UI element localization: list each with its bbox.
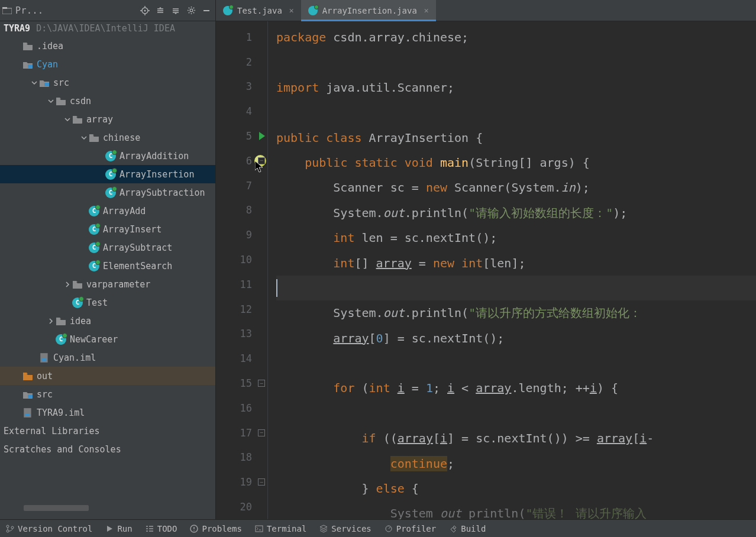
close-icon[interactable]: ✕ <box>289 6 294 15</box>
tree-item-newcareer[interactable]: CNewCareer <box>0 330 215 348</box>
tree-item-arrayinsertion[interactable]: CArrayInsertion <box>0 165 215 183</box>
code-line-13[interactable]: array[0] = sc.nextInt(); <box>276 326 756 351</box>
chevron-icon[interactable] <box>13 390 22 399</box>
chevron-icon[interactable] <box>13 41 22 51</box>
target-icon[interactable] <box>138 4 151 17</box>
toolwin-services[interactable]: Services <box>319 524 371 533</box>
chevron-icon[interactable] <box>63 115 72 124</box>
toolwin-run[interactable]: Run <box>105 524 132 533</box>
toolwin-version-control[interactable]: Version Control <box>6 524 92 533</box>
tree-item-chinese[interactable]: chinese <box>0 128 215 147</box>
chevron-icon[interactable] <box>46 316 56 326</box>
gutter-line-13[interactable]: 13 <box>216 322 267 347</box>
toolwin-todo[interactable]: TODO <box>146 524 177 533</box>
gutter-line-20[interactable]: 20 <box>216 494 267 519</box>
chevron-icon[interactable] <box>46 335 56 344</box>
run-icon[interactable] <box>259 132 265 140</box>
toolwin-problems[interactable]: Problems <box>190 524 241 533</box>
tree-item-arrayaddition[interactable]: CArrayAddition <box>0 147 215 165</box>
tree-item-elementsearch[interactable]: CElementSearch <box>0 257 215 275</box>
tree-item-src[interactable]: src <box>0 385 215 403</box>
chevron-icon[interactable] <box>79 206 89 216</box>
code-line-1[interactable]: package csdn.array.chinese; <box>276 25 756 50</box>
minimize-icon[interactable] <box>200 4 213 17</box>
code-line-15[interactable]: for (int i = 1; i < array.length; ++i) { <box>276 376 756 400</box>
code-line-16[interactable] <box>276 401 756 426</box>
tree-item-array[interactable]: array <box>0 110 215 128</box>
tree-item-src[interactable]: src <box>0 73 215 92</box>
gutter-line-3[interactable]: 3 <box>216 75 267 99</box>
code-line-10[interactable]: int[] array = new int[len]; <box>276 251 756 276</box>
toolwin-terminal[interactable]: Terminal <box>255 524 306 533</box>
expand-all-icon[interactable] <box>154 4 167 17</box>
tree-item-test[interactable]: CTest <box>0 293 215 312</box>
tree-item-tyra9-iml[interactable]: TYRA9.iml <box>0 403 215 422</box>
tree-item-idea[interactable]: idea <box>0 312 215 330</box>
toolwin-profiler[interactable]: Profiler <box>385 524 436 533</box>
code-line-8[interactable]: System.out.println("请输入初始数组的长度："); <box>276 200 756 225</box>
gear-icon[interactable] <box>185 4 198 17</box>
code-line-14[interactable] <box>276 351 756 376</box>
chevron-icon[interactable] <box>13 371 22 381</box>
gutter-line-8[interactable]: 8 <box>216 198 267 223</box>
tab-test-java[interactable]: Test.java✕ <box>216 0 301 21</box>
chevron-icon[interactable] <box>79 133 89 143</box>
tree-item-external-libraries[interactable]: External Libraries <box>0 422 215 440</box>
chevron-icon[interactable] <box>30 353 39 363</box>
tree-item-varparameter[interactable]: varparameter <box>0 275 215 293</box>
code-line-9[interactable]: int len = sc.nextInt(); <box>276 225 756 250</box>
code-line-20[interactable]: System out println("错误！ 请以升序输入 <box>276 501 756 519</box>
collapse-all-icon[interactable] <box>169 4 182 17</box>
chevron-icon[interactable] <box>63 298 72 308</box>
tree-item-arrayinsert[interactable]: CArrayInsert <box>0 220 215 238</box>
tree-item-arrayadd[interactable]: CArrayAdd <box>0 202 215 220</box>
tree-item-cyan-iml[interactable]: Cyan.iml <box>0 348 215 367</box>
tree-item--idea[interactable]: .idea <box>0 37 215 55</box>
close-icon[interactable]: ✕ <box>424 6 429 15</box>
gutter-line-4[interactable]: 4 <box>216 99 267 124</box>
gutter-line-1[interactable]: 1 <box>216 25 267 50</box>
code-line-11[interactable] <box>276 276 756 300</box>
gutter-line-10[interactable]: 10 <box>216 247 267 272</box>
code-line-12[interactable]: System.out.println("请以升序的方式给数组初始化： <box>276 300 756 325</box>
code-line-5[interactable]: public class ArrayInsertion { <box>276 125 756 150</box>
gutter-line-7[interactable]: 7 <box>216 173 267 198</box>
gutter-line-16[interactable]: 16 <box>216 396 267 420</box>
toolwin-build[interactable]: Build <box>449 524 486 533</box>
code-line-3[interactable]: import java.util.Scanner; <box>276 75 756 100</box>
tree-item-out[interactable]: out <box>0 367 215 385</box>
gutter-line-15[interactable]: 15− <box>216 371 267 396</box>
chevron-icon[interactable] <box>96 170 105 179</box>
code-line-17[interactable]: if ((array[i] = sc.nextInt()) >= array[i… <box>276 426 756 451</box>
gutter-line-19[interactable]: 19− <box>216 470 267 494</box>
code-line-7[interactable]: Scanner sc = new Scanner(System.in); <box>276 175 756 200</box>
code-line-6[interactable]: public static void main(String[] args) { <box>276 150 756 175</box>
fold-toggle[interactable]: − <box>258 478 265 486</box>
chevron-icon[interactable] <box>79 261 89 271</box>
chevron-icon[interactable] <box>63 280 72 289</box>
editor-gutter[interactable]: 123456−789101112131415−1617−1819−20 <box>216 21 268 519</box>
horizontal-scrollbar[interactable] <box>24 505 89 511</box>
tree-item-arraysubtraction[interactable]: CArraySubtraction <box>0 183 215 202</box>
gutter-line-18[interactable]: 18 <box>216 445 267 470</box>
tree-item-arraysubtract[interactable]: CArraySubtract <box>0 238 215 257</box>
fold-toggle[interactable]: − <box>258 380 265 387</box>
fold-toggle[interactable]: − <box>258 429 265 436</box>
chevron-icon[interactable] <box>13 60 22 69</box>
tree-item-csdn[interactable]: csdn <box>0 92 215 110</box>
gutter-line-2[interactable]: 2 <box>216 50 267 75</box>
code-editor[interactable]: package csdn.array.chinese;import java.u… <box>268 21 756 519</box>
gutter-line-14[interactable]: 14 <box>216 346 267 371</box>
fold-toggle[interactable]: − <box>258 157 265 164</box>
code-line-18[interactable]: continue; <box>276 451 756 476</box>
gutter-line-17[interactable]: 17− <box>216 420 267 445</box>
gutter-line-5[interactable]: 5 <box>216 124 267 148</box>
gutter-line-9[interactable]: 9 <box>216 222 267 247</box>
gutter-line-6[interactable]: 6− <box>216 148 267 173</box>
chevron-icon[interactable] <box>46 96 56 106</box>
chevron-icon[interactable] <box>96 151 105 161</box>
project-tree[interactable]: .ideaCyansrccsdnarraychineseCArrayAdditi… <box>0 35 215 502</box>
code-line-19[interactable]: } else { <box>276 476 756 501</box>
tree-item-cyan[interactable]: Cyan <box>0 55 215 73</box>
code-line-2[interactable] <box>276 50 756 75</box>
